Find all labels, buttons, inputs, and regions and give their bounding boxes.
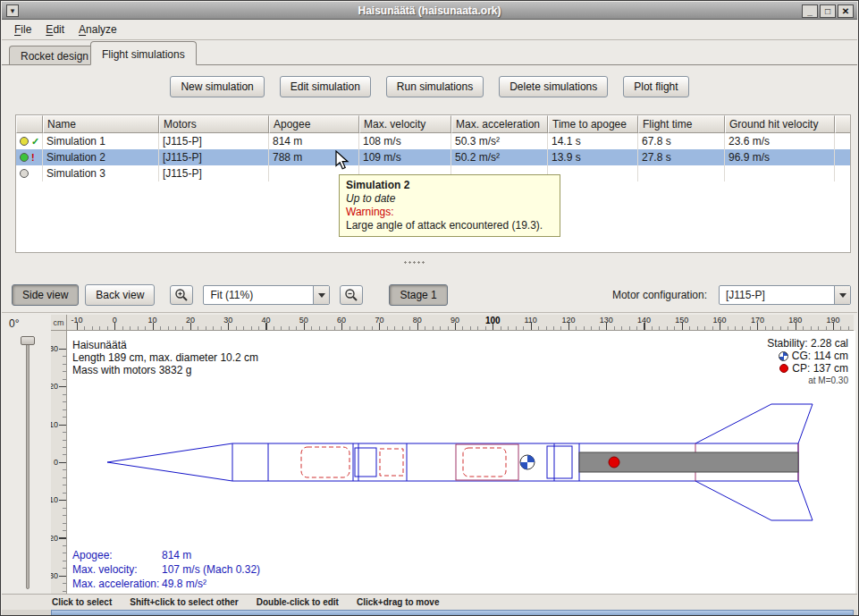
inner-components-dashed (301, 447, 506, 477)
column-header-motors[interactable]: Motors (159, 115, 269, 133)
zoom-out-icon (344, 288, 358, 302)
side-view-toggle[interactable]: Side view (12, 284, 79, 306)
status-ball-icon (20, 169, 29, 178)
run-simulations-button[interactable]: Run simulations (386, 76, 484, 97)
column-header-status[interactable] (16, 115, 43, 133)
status-hint-bar: Click to select Shift+click to select ot… (2, 594, 857, 610)
column-header-ground-hit-velocity[interactable]: Ground hit velocity (725, 115, 835, 133)
simulation-status-cell: ! (16, 149, 43, 165)
cg-icon (779, 351, 788, 361)
horizontal-scrollbar-thumb[interactable] (51, 610, 854, 616)
cell-time-to-apogee: 13.9 s (548, 149, 638, 165)
column-header-time-to-apogee[interactable]: Time to apogee (548, 115, 638, 133)
column-header-max-acceleration[interactable]: Max. acceleration (451, 115, 548, 133)
zoom-in-icon (174, 288, 189, 302)
max-acceleration-label: Max. acceleration: (72, 577, 162, 591)
chevron-down-icon (834, 286, 850, 304)
max-velocity-value: 107 m/s (Mach 0.32) (162, 563, 260, 576)
maximize-button[interactable]: □ (820, 4, 836, 18)
minimize-button[interactable]: _ (802, 4, 818, 18)
cell-time-to-apogee (548, 165, 638, 181)
zoom-select[interactable]: Fit (11%) (203, 285, 330, 305)
table-header: Name Motors Apogee Max. velocity Max. ac… (16, 115, 850, 133)
close-button[interactable]: ✕ (838, 4, 854, 18)
hint-double-click: Double-click to edit (257, 597, 339, 607)
cp-icon (779, 364, 788, 373)
apogee-value: 814 m (162, 549, 191, 561)
rotation-angle-label: 0° (9, 317, 19, 330)
max-velocity-label: Max. velocity: (72, 562, 162, 577)
menu-file[interactable]: File (7, 21, 38, 38)
delete-simulations-button[interactable]: Delete simulations (499, 76, 608, 97)
horizontal-scrollbar[interactable] (2, 610, 857, 616)
stability-value: Stability: 2.28 cal (767, 337, 848, 350)
rotation-slider-thumb[interactable] (21, 336, 35, 345)
cell-motors: [J115-P] (159, 165, 269, 181)
status-ball-icon (20, 137, 29, 146)
rocket-info-block: Haisunäätä Length 189 cm, max. diameter … (72, 339, 258, 376)
hint-shift-click: Shift+click to select other (130, 597, 238, 607)
tooltip-warning-text: Large angle of attack encountered (19.3)… (346, 219, 553, 232)
zoom-out-button[interactable] (340, 285, 363, 305)
column-header-apogee[interactable]: Apogee (269, 115, 359, 133)
simulation-tooltip: Simulation 2 Up to date Warnings: Large … (339, 174, 560, 237)
menu-bar: File Edit Analyze (2, 20, 857, 40)
apogee-label: Apogee: (72, 548, 162, 562)
cell-name: Simulation 1 (43, 133, 159, 149)
cell-name: Simulation 3 (43, 165, 159, 181)
column-header-name[interactable]: Name (43, 115, 159, 133)
simulation-toolbar: New simulation Edit simulation Run simul… (1, 76, 858, 97)
column-header-flight-time[interactable]: Flight time (638, 115, 725, 133)
rotation-slider[interactable] (26, 337, 29, 589)
status-check-icon: ✓ (31, 137, 39, 147)
application-window: ▾ Haisunäätä (haisunaata.ork) _ □ ✕ File… (0, 0, 859, 616)
vertical-ruler: -30-20-100102030 (51, 331, 67, 594)
view-toolbar: Side view Back view Fit (11%) Stage 1 Mo… (1, 283, 858, 308)
cp-marker (609, 457, 619, 468)
mach-note: at M=0.30 (767, 375, 848, 387)
tooltip-warnings-label: Warnings: (346, 206, 553, 219)
zoom-value: Fit (11%) (204, 289, 313, 301)
column-header-filler (835, 115, 850, 133)
stability-info-block: Stability: 2.28 cal CG: 114 cm CP: 137 c… (767, 337, 848, 387)
table-row-simulation-1[interactable]: ✓ Simulation 1 [J115-P] 814 m 108 m/s 50… (16, 133, 850, 149)
title-bar[interactable]: ▾ Haisunäätä (haisunaata.ork) _ □ ✕ (2, 2, 857, 20)
status-ball-icon (20, 153, 29, 162)
menu-analyze[interactable]: Analyze (72, 21, 124, 38)
rocket-figure-panel: 0° cm -100102030405060708090100110120130… (2, 312, 857, 594)
new-simulation-button[interactable]: New simulation (170, 76, 264, 97)
cell-apogee: 814 m (269, 133, 359, 149)
menu-edit[interactable]: Edit (38, 21, 72, 38)
tooltip-status: Up to date (346, 192, 553, 206)
cg-marker (520, 455, 535, 469)
cp-value: CP: 137 cm (792, 362, 848, 375)
cell-time-to-apogee: 14.1 s (548, 133, 638, 149)
back-view-toggle[interactable]: Back view (85, 284, 155, 306)
zoom-in-button[interactable] (170, 285, 193, 305)
stage-1-toggle[interactable]: Stage 1 (389, 284, 447, 306)
cell-max-velocity: 109 m/s (359, 149, 451, 165)
motor-configuration-select[interactable]: [J115-P] (719, 285, 851, 305)
cell-flight-time: 67.8 s (638, 133, 725, 149)
cell-ground-hit-velocity (725, 165, 835, 181)
edit-simulation-button[interactable]: Edit simulation (280, 76, 371, 97)
cell-motors: [J115-P] (159, 149, 269, 165)
tab-flight-simulations[interactable]: Flight simulations (90, 41, 197, 65)
cell-ground-hit-velocity: 23.6 m/s (725, 133, 835, 149)
tooltip-title: Simulation 2 (346, 179, 553, 192)
table-row-simulation-2-selected[interactable]: ! Simulation 2 [J115-P] 788 m 109 m/s 50… (16, 149, 850, 165)
cell-max-acceleration: 50.2 m/s² (451, 149, 548, 165)
window-title: Haisunäätä (haisunaata.ork) (2, 4, 857, 17)
tab-bar: Rocket design Flight simulations (2, 40, 857, 65)
tab-rocket-design[interactable]: Rocket design (9, 46, 100, 65)
hint-click-drag: Click+drag to move (357, 597, 440, 607)
chevron-down-icon (313, 286, 329, 304)
split-pane-divider[interactable] (403, 260, 426, 266)
column-header-max-velocity[interactable]: Max. velocity (359, 115, 451, 133)
rocket-canvas[interactable]: Haisunäätä Length 189 cm, max. diameter … (67, 331, 855, 594)
simulation-status-cell: ✓ (16, 133, 43, 149)
rocket-name: Haisunäätä (72, 339, 258, 351)
plot-flight-button[interactable]: Plot flight (623, 76, 688, 97)
hint-click-select: Click to select (52, 597, 112, 607)
horizontal-ruler: -100102030405060708090100110120130140150… (67, 315, 854, 331)
